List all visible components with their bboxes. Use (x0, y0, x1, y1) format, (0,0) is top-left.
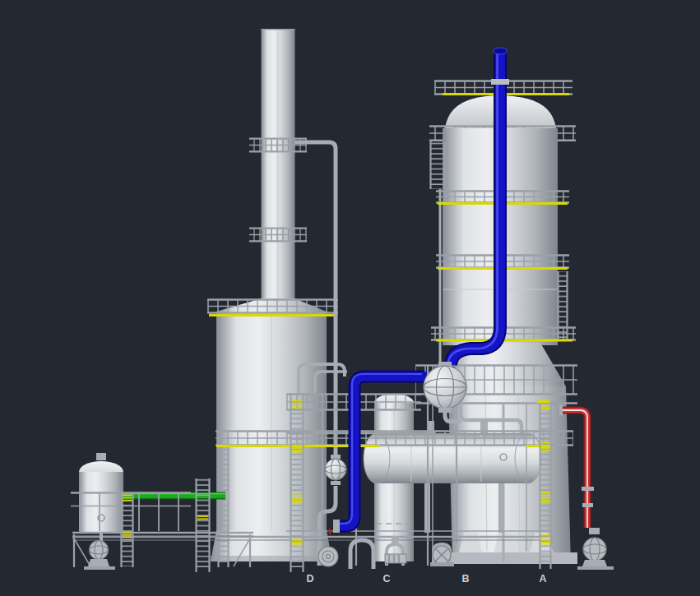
mid-walkway (216, 431, 573, 447)
cad-3d-viewport[interactable]: D C B A (0, 0, 700, 596)
pump-volute (318, 547, 338, 566)
tower-access-ladder-upper-left (430, 141, 445, 189)
red-pipe-valve (582, 503, 593, 507)
rack-ladder-left (291, 393, 304, 572)
platform-ladder (197, 478, 210, 572)
blue-pipe-cap (494, 48, 508, 54)
skirt-base-ring (441, 552, 577, 564)
tank-ladder-yellow (122, 493, 133, 567)
red-pipe-fitting (582, 487, 594, 491)
skirt-ladder-right (540, 403, 551, 569)
grid-label-d: D (306, 573, 313, 584)
grid-label-b: B (461, 573, 469, 584)
grid-label-a: A (539, 573, 546, 584)
blue-pipe-flange (491, 79, 509, 85)
grid-label-c: C (382, 573, 390, 584)
plant-model-scene: D C B A (0, 0, 700, 596)
stack-platform-lower (249, 228, 307, 242)
pump-motor (385, 554, 406, 563)
tank-top-nozzle (96, 453, 106, 460)
scrubber-side-ladder (218, 446, 229, 567)
